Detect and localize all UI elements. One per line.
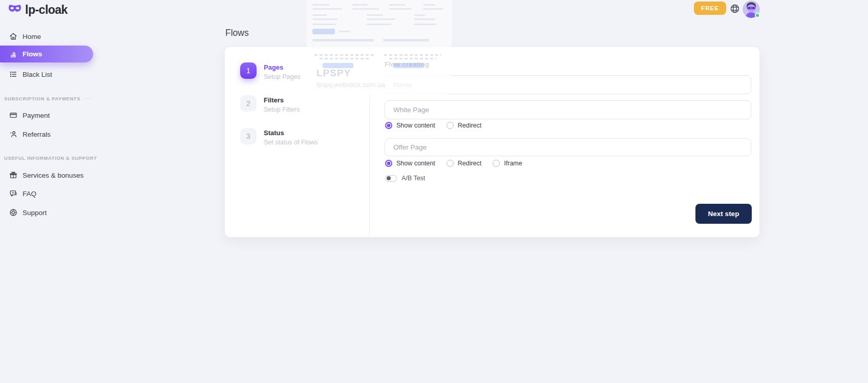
white-page-show-content-option[interactable]: Show content — [385, 122, 435, 129]
sidebar-item-label: Black List — [23, 71, 52, 78]
section-label-text: SUBSCRIPTION & PAYMENTS — [4, 96, 80, 101]
step-subtitle: Setup Filters — [264, 106, 300, 113]
stepper-step-filters[interactable]: 2 Filters Setup Filters — [240, 95, 300, 113]
sidebar-item-black-list[interactable]: Black List — [0, 67, 93, 81]
sidebar-item-payment[interactable]: Payment — [0, 108, 93, 122]
ab-test-label: A/B Test — [401, 175, 425, 182]
mask-icon — [8, 4, 22, 16]
section-divider — [84, 98, 91, 99]
step-number-badge: 3 — [240, 128, 257, 144]
step-title: Pages — [264, 62, 301, 71]
radio-label: Redirect — [458, 160, 482, 167]
ab-test-toggle-row[interactable]: A/B Test — [385, 175, 425, 182]
sidebar-item-label: FAQ — [23, 190, 36, 198]
radio-selected-icon[interactable] — [385, 122, 392, 129]
ghost-filter-panel — [306, 0, 452, 48]
gift-icon — [9, 171, 17, 179]
sidebar-section-support: USEFUL INFORMATION & SUPPORT — [4, 155, 91, 161]
sidebar-item-label: Support — [23, 209, 47, 217]
radio-label: Show content — [396, 122, 435, 129]
step-subtitle: Setup Pages — [264, 73, 301, 80]
svg-text:?!: ?! — [12, 192, 15, 195]
brand-logo[interactable]: lp-cloak — [8, 3, 68, 17]
section-label-text: USEFUL INFORMATION & SUPPORT — [4, 155, 97, 161]
sidebar-item-flows[interactable]: Flows — [0, 46, 93, 62]
blacklist-icon — [9, 70, 17, 78]
payment-icon — [9, 111, 17, 119]
sidebar-item-label: Payment — [23, 112, 50, 119]
offer-page-mode-group: Show content Redirect Iframe — [385, 159, 522, 167]
sidebar-item-label: Services & bonuses — [23, 172, 83, 179]
page-title: Flows — [225, 28, 249, 38]
ab-test-toggle[interactable] — [385, 175, 397, 182]
offer-page-iframe-option[interactable]: Iframe — [493, 160, 522, 167]
support-icon — [9, 208, 17, 217]
referrals-icon — [9, 130, 17, 138]
radio-unselected-icon[interactable] — [447, 122, 454, 129]
stepper-step-pages[interactable]: 1 Pages Setup Pages — [240, 62, 301, 80]
sidebar-item-home[interactable]: Home — [0, 29, 93, 44]
toggle-knob — [387, 176, 391, 180]
sidebar-item-services-bonuses[interactable]: Services & bonuses — [0, 168, 93, 182]
sidebar-item-label: Referrals — [23, 131, 51, 138]
form-title: Flow creating — [385, 60, 429, 68]
white-page-input[interactable] — [385, 100, 751, 119]
home-icon — [9, 32, 17, 40]
offer-page-redirect-option[interactable]: Redirect — [447, 160, 482, 167]
name-input[interactable] — [385, 75, 751, 94]
sidebar-item-label: Home — [23, 33, 41, 40]
sidebar-item-label: Flows — [23, 50, 42, 58]
sidebar-item-support[interactable]: Support — [0, 205, 93, 220]
brand-name: lp-cloak — [25, 3, 68, 17]
step-title: Filters — [264, 95, 300, 104]
radio-label: Redirect — [458, 122, 482, 129]
sidebar: lp-cloak Home Flows Bla — [0, 0, 93, 383]
step-number-badge: 1 — [240, 62, 257, 79]
radio-unselected-icon[interactable] — [447, 160, 454, 167]
card-divider — [369, 47, 370, 237]
white-page-mode-group: Show content Redirect — [385, 121, 481, 130]
radio-selected-icon[interactable] — [385, 160, 392, 167]
step-title: Status — [264, 128, 318, 137]
flows-icon — [9, 50, 17, 58]
faq-icon: ?! — [9, 189, 17, 198]
next-step-button[interactable]: Next step — [695, 204, 752, 224]
sidebar-section-subscription: SUBSCRIPTION & PAYMENTS — [4, 95, 91, 101]
stepper-step-status[interactable]: 3 Status Set status of Flows — [240, 128, 318, 146]
offer-page-input[interactable] — [385, 138, 751, 156]
language-globe-icon[interactable] — [730, 4, 740, 14]
plan-badge[interactable]: FREE — [694, 2, 726, 15]
sidebar-item-faq[interactable]: ?! FAQ — [0, 186, 93, 201]
step-number-badge: 2 — [240, 95, 257, 112]
flow-creating-card: 1 Pages Setup Pages 2 Filters Setup Filt… — [225, 47, 759, 237]
user-avatar[interactable] — [743, 1, 760, 18]
white-page-redirect-option[interactable]: Redirect — [447, 122, 482, 129]
radio-label: Show content — [396, 160, 435, 167]
offer-page-show-content-option[interactable]: Show content — [385, 160, 435, 167]
online-status-dot — [755, 13, 760, 18]
step-subtitle: Set status of Flows — [264, 139, 318, 146]
radio-label: Iframe — [504, 160, 522, 167]
radio-unselected-icon[interactable] — [493, 160, 500, 167]
sidebar-item-referrals[interactable]: Referrals — [0, 127, 93, 141]
